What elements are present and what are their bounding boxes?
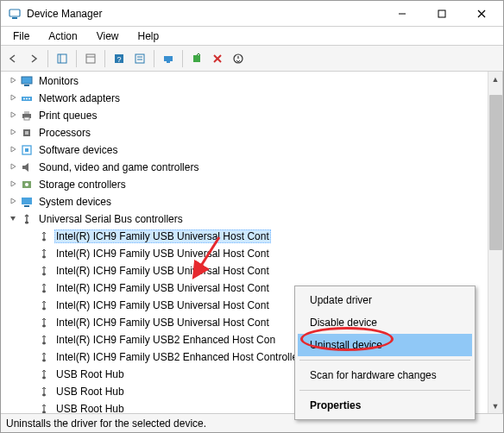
expand-icon[interactable] — [6, 110, 20, 122]
context-menu-item[interactable]: Uninstall device — [298, 334, 472, 356]
usb-device-icon — [37, 350, 51, 364]
close-button[interactable] — [462, 1, 501, 26]
svg-rect-37 — [24, 205, 29, 207]
svg-rect-1 — [12, 17, 17, 19]
app-icon — [8, 7, 22, 21]
svg-rect-17 — [193, 55, 200, 62]
collapse-icon[interactable] — [6, 213, 20, 225]
expand-icon[interactable] — [6, 161, 20, 173]
expand-icon[interactable] — [6, 75, 20, 87]
tree-device[interactable]: Intel(R) ICH9 Family USB Universal Host … — [23, 262, 502, 279]
usb-device-icon — [37, 367, 51, 381]
device-label: Intel(R) ICH9 Family USB Universal Host … — [54, 281, 271, 295]
scroll-down-arrow[interactable]: ▼ — [488, 398, 502, 413]
tree-category[interactable]: Processors — [6, 124, 502, 141]
tree-category[interactable]: Software devices — [6, 141, 502, 159]
svg-rect-41 — [43, 232, 44, 240]
expand-icon[interactable] — [6, 92, 20, 104]
scan-hardware-button[interactable] — [159, 49, 178, 68]
usb-device-icon — [37, 402, 51, 413]
context-menu-item[interactable]: Scan for hardware changes — [298, 364, 472, 386]
toolbar-separator — [104, 50, 105, 67]
back-button[interactable] — [3, 49, 22, 68]
usb-icon — [20, 212, 34, 226]
context-menu-item[interactable]: Disable device — [298, 311, 472, 334]
status-text: Uninstalls the driver for the selected d… — [6, 417, 206, 430]
expand-icon[interactable] — [6, 127, 20, 139]
tree-category[interactable]: Monitors — [6, 72, 502, 90]
svg-rect-28 — [24, 111, 29, 114]
forward-button[interactable] — [24, 49, 43, 68]
usb-device-icon — [37, 298, 51, 312]
enable-button[interactable] — [229, 49, 248, 68]
usb-device-icon — [37, 229, 51, 243]
usb-device-icon — [37, 281, 51, 295]
menu-action[interactable]: Action — [40, 28, 85, 44]
menu-bar: File Action View Help — [1, 27, 503, 46]
category-label: Universal Serial Bus controllers — [37, 212, 185, 226]
svg-rect-8 — [86, 54, 95, 63]
menu-view[interactable]: View — [88, 28, 128, 44]
maximize-button[interactable] — [422, 1, 462, 26]
expand-icon[interactable] — [6, 179, 20, 191]
svg-text:?: ? — [117, 55, 121, 64]
tree-device[interactable]: Intel(R) ICH9 Family USB Universal Host … — [23, 228, 502, 245]
svg-rect-15 — [164, 56, 173, 61]
context-menu-item[interactable]: Update driver — [298, 289, 472, 311]
menu-file[interactable]: File — [4, 28, 38, 44]
svg-rect-6 — [58, 54, 66, 63]
sound-icon — [20, 160, 34, 174]
svg-rect-59 — [43, 387, 44, 395]
svg-rect-29 — [24, 117, 29, 120]
category-label: Sound, video and game controllers — [37, 160, 200, 174]
vertical-scrollbar[interactable]: ▲ ▼ — [488, 72, 502, 413]
tree-category[interactable]: Sound, video and game controllers — [6, 159, 502, 176]
device-label: Intel(R) ICH9 Family USB Universal Host … — [54, 316, 271, 329]
context-menu-item[interactable]: Properties — [298, 394, 472, 417]
window-title: Device Manager — [27, 8, 382, 20]
expand-icon[interactable] — [6, 144, 20, 156]
tree-category[interactable]: System devices — [6, 193, 502, 210]
cpu-icon — [20, 126, 34, 140]
content-area: MonitorsNetwork adaptersPrint queuesProc… — [1, 72, 503, 413]
minimize-button[interactable] — [382, 1, 422, 26]
svg-rect-53 — [43, 336, 44, 343]
category-label: Software devices — [37, 143, 119, 157]
svg-rect-39 — [26, 215, 27, 223]
svg-rect-0 — [9, 9, 20, 16]
tree-device[interactable]: Intel(R) ICH9 Family USB Universal Host … — [23, 245, 502, 262]
usb-device-icon — [37, 316, 51, 329]
storage-icon — [20, 178, 34, 191]
svg-rect-21 — [22, 77, 32, 84]
scroll-up-arrow[interactable]: ▲ — [488, 72, 502, 86]
svg-rect-57 — [43, 370, 44, 378]
expand-icon[interactable] — [6, 196, 20, 208]
monitor-icon — [20, 74, 34, 88]
properties-button[interactable] — [81, 49, 100, 68]
device-label: Intel(R) ICH9 Family USB Universal Host … — [54, 247, 271, 260]
tree-category[interactable]: Universal Serial Bus controllers — [6, 210, 502, 228]
svg-rect-31 — [25, 131, 28, 135]
toolbar-separator — [182, 50, 183, 67]
network-icon — [20, 91, 34, 105]
uninstall-button[interactable] — [208, 49, 227, 68]
show-hide-tree-button[interactable] — [53, 49, 72, 68]
scroll-thumb[interactable] — [489, 95, 502, 250]
tree-category[interactable]: Network adapters — [6, 90, 502, 107]
context-menu: Update driverDisable deviceUninstall dev… — [294, 286, 476, 420]
svg-rect-47 — [43, 284, 44, 292]
tree-category[interactable]: Print queues — [6, 107, 502, 124]
update-driver-button[interactable] — [187, 49, 206, 68]
context-menu-separator — [299, 390, 470, 391]
device-label: USB Root Hub — [54, 385, 126, 398]
tree-category[interactable]: Storage controllers — [6, 176, 502, 193]
usb-device-icon — [37, 385, 51, 398]
help-button[interactable]: ? — [110, 49, 129, 68]
action-button[interactable] — [130, 49, 149, 68]
svg-point-35 — [25, 183, 28, 186]
software-icon — [20, 143, 34, 157]
svg-point-26 — [28, 98, 30, 100]
device-label: Intel(R) ICH9 Family USB Universal Host … — [54, 229, 271, 243]
menu-help[interactable]: Help — [129, 28, 168, 44]
toolbar-separator — [154, 50, 154, 67]
